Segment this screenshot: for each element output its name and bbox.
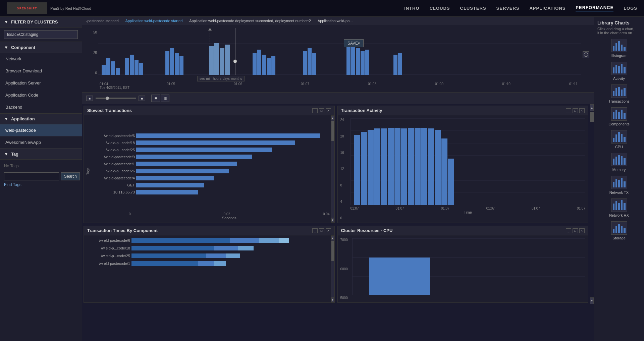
sidebar-item-application-server[interactable]: Application Server (0, 77, 82, 89)
ttbc-scroll-down[interactable]: ▼ (331, 297, 334, 302)
toolbar-collapse-btn[interactable]: ■ (86, 96, 93, 101)
ttbc-seg-1-2 (238, 246, 254, 250)
ttbc-scroll-thumb[interactable] (331, 241, 334, 261)
date-label: Tue 4/26/2011, EST (85, 86, 591, 90)
nav-links: INTRO CLOUDS CLUSTERS SERVERS APPLICATIO… (404, 5, 637, 11)
no-tags-label: No Tags (4, 162, 78, 170)
panels-scroll-up-btn[interactable]: ▲ (590, 104, 594, 111)
nav-clusters[interactable]: CLUSTERS (460, 6, 486, 11)
ta-close-btn[interactable]: ✕ (579, 108, 585, 113)
lib-transactions[interactable]: Transactions (597, 84, 641, 103)
lib-activity[interactable]: Activity (597, 62, 641, 80)
application-section-header[interactable]: ▼ Application (0, 113, 82, 124)
ttbc-controls: _ □ ✕ (312, 228, 331, 233)
event-4: Application:weld-pa... (318, 19, 353, 23)
lib-bar (624, 88, 625, 96)
ttbc-restore-btn[interactable]: □ (319, 228, 324, 233)
lib-memory[interactable]: Memory (597, 153, 641, 172)
ta-x-title: Time (351, 210, 586, 214)
panels-scrollbar[interactable]: ▲ ▼ (590, 104, 594, 304)
ttbc-label-0: /w eld-pastecode/6 (87, 238, 130, 242)
lib-bar (618, 112, 620, 119)
lib-components[interactable]: Components (597, 107, 641, 126)
lib-bar (618, 132, 620, 142)
nav-intro[interactable]: INTRO (404, 6, 419, 11)
ttbc-minimize-btn[interactable]: _ (312, 228, 318, 233)
panels-scroll-thumb[interactable] (590, 112, 594, 122)
ta-minimize-btn[interactable]: _ (566, 108, 571, 113)
lib-network-rx[interactable]: Network RX (597, 198, 641, 217)
svg-rect-59 (388, 128, 394, 205)
panel-close-btn[interactable]: ✕ (326, 108, 331, 113)
trans-label-8: 10.116.65.73 (91, 190, 135, 194)
svg-rect-9 (116, 68, 120, 75)
components-icon (611, 107, 627, 121)
toolbar-slider[interactable] (96, 98, 136, 99)
ttbc-close-btn[interactable]: ✕ (326, 228, 331, 233)
sidebar-item-weld-pastecode[interactable]: weld-pastecode (0, 124, 82, 136)
sidebar-item-backend[interactable]: Backend (0, 101, 82, 113)
panels-scroll-down-btn[interactable]: ▼ (590, 297, 594, 304)
svg-rect-14 (165, 51, 169, 75)
svg-rect-20 (220, 48, 224, 75)
cpu-minimize-btn[interactable]: _ (566, 228, 571, 233)
time-hours[interactable]: hours (213, 77, 221, 80)
trans-bar-fill-7 (136, 183, 204, 187)
lib-network-tx[interactable]: Network TX (597, 176, 641, 194)
components-label: Components (608, 122, 629, 126)
memory-icon (611, 153, 627, 166)
lib-histogram[interactable]: Histogram (597, 39, 641, 58)
nav-servers[interactable]: SERVERS (496, 6, 520, 11)
sidebar-item-awesome-new-app[interactable]: AwesomeNewApp (0, 136, 82, 149)
lib-bar (613, 159, 614, 165)
component-section-header[interactable]: ▼ Component (0, 42, 82, 53)
time-sec[interactable]: sec (200, 77, 205, 80)
filter-collapse-icon[interactable]: ▼ (4, 19, 8, 24)
clock-icon[interactable] (583, 51, 589, 58)
sidebar-item-network[interactable]: Network (0, 53, 82, 65)
panel-minimize-btn[interactable]: _ (312, 108, 318, 113)
lib-storage[interactable]: Storage (597, 221, 641, 240)
layout-btn-2[interactable]: ▥ (161, 95, 169, 102)
sidebar-item-application-code[interactable]: Application Code (0, 89, 82, 101)
ta-restore-btn[interactable]: □ (573, 108, 578, 113)
panel-scroll-thumb-0[interactable] (331, 121, 334, 141)
cpu-close-btn[interactable]: ✕ (579, 228, 585, 233)
nav-clouds[interactable]: CLOUDS (430, 6, 450, 11)
ttbc-row-2: /w eld-p...code/25 (87, 253, 328, 258)
lib-cpu[interactable]: CPU (597, 130, 641, 149)
ttbc-bar-3 (131, 261, 328, 266)
nav-performance[interactable]: PERFORMANCE (576, 5, 613, 11)
panel-restore-btn[interactable]: □ (319, 108, 324, 113)
ttbc-scroll-up[interactable]: ▲ (331, 236, 334, 240)
time-min[interactable]: min (206, 77, 212, 80)
find-tags-link[interactable]: Find Tags (4, 182, 78, 187)
tag-search-input[interactable] (4, 172, 59, 180)
library-title: Library Charts (597, 20, 641, 25)
filter-header[interactable]: ▼ FILTER BY CLUSTERS (0, 17, 82, 27)
layout-btn-1[interactable]: ■ (151, 95, 160, 102)
network-tx-icon (611, 176, 627, 189)
save-button[interactable]: SAVE▾ (344, 39, 364, 47)
panel-scroll-down-0[interactable]: ▼ (331, 218, 334, 222)
cluster-select[interactable]: IssacEC2:staging (4, 30, 78, 39)
nav-applications[interactable]: APPLICATIONS (529, 6, 566, 11)
svg-rect-54 (354, 135, 360, 205)
nav-logs[interactable]: LOGS (624, 6, 637, 11)
toolbar-end-btn[interactable]: ■ (139, 96, 145, 101)
trans-bar-fill-6 (136, 176, 214, 180)
trans-bar-fill-2 (136, 148, 272, 152)
sidebar-item-browser-download[interactable]: Browser Download (0, 65, 82, 77)
trans-bar-2 (136, 148, 330, 152)
trans-bar-1 (136, 140, 330, 145)
tag-section-header[interactable]: ▼ Tag (0, 149, 82, 160)
panel-scroll-up-0[interactable]: ▲ (331, 116, 334, 120)
cpu-restore-btn[interactable]: □ (573, 228, 578, 233)
time-days[interactable]: days (223, 77, 230, 80)
time-months[interactable]: months (231, 77, 242, 80)
lib-bar (613, 204, 614, 210)
cpu-chart-svg (352, 238, 586, 295)
svg-rect-29 (312, 53, 316, 75)
tag-search-button[interactable]: Search (61, 172, 80, 180)
event-1: -pastecode stopped (86, 19, 119, 23)
